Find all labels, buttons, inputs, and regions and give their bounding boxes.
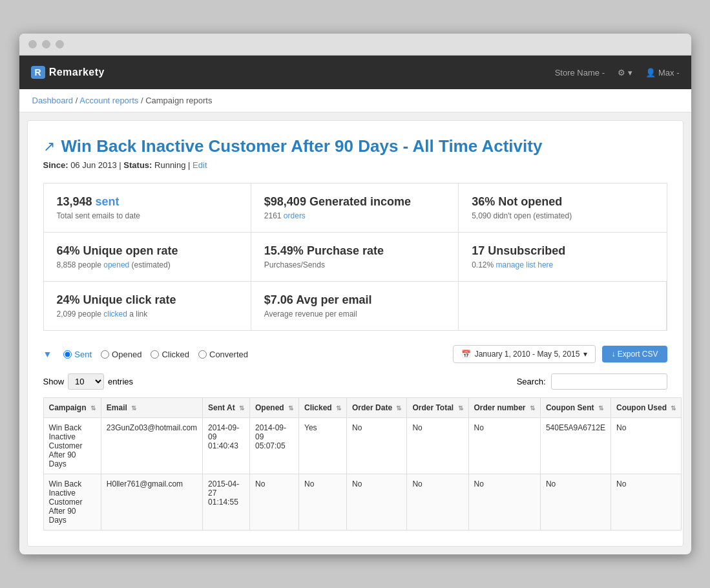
page-title-row: ↗ Win Back Inactive Customer After 90 Da… (43, 136, 667, 156)
store-name-btn[interactable]: Store Name - (555, 68, 605, 78)
edit-link[interactable]: Edit (193, 160, 207, 170)
nav-right: Store Name - ⚙ ▾ 👤 Max - (555, 68, 680, 78)
breadcrumb: Dashboard / Account reports / Campaign r… (19, 89, 691, 112)
chevron-down-icon: ▾ (583, 350, 587, 359)
stat-income-value: $98,409 Generated income (264, 195, 411, 208)
stat-sent: 13,948 sent Total sent emails to date (44, 184, 251, 233)
show-select[interactable]: 10 25 50 100 (68, 373, 104, 390)
sort-icon-order-total: ⇅ (458, 404, 463, 412)
clicked-link[interactable]: clicked (103, 310, 127, 319)
radio-sent[interactable]: Sent (63, 350, 92, 359)
export-csv-btn[interactable]: ↓ Export CSV (602, 346, 667, 362)
radio-clicked-input[interactable] (151, 350, 159, 359)
radio-opened-input[interactable] (101, 350, 109, 359)
sort-icon-sent-at: ⇅ (239, 404, 244, 412)
radio-converted-input[interactable] (198, 350, 207, 359)
col-order-date[interactable]: Order Date ⇅ (347, 398, 407, 418)
data-table: Campaign ⇅ Email ⇅ Sent At ⇅ Opened ⇅ Cl… (43, 397, 682, 530)
page-title: Win Back Inactive Customer After 90 Days… (61, 136, 543, 156)
cell-coupon-sent-2: No (540, 474, 611, 530)
filter-left: ▼ Sent Opened Clicked Converted (43, 349, 248, 359)
meta-row: Since: 06 Jun 2013 | Status: Running | E… (43, 160, 667, 170)
cell-order-total-1: No (407, 418, 468, 474)
cell-coupon-sent-1: 540E5A9A6712E (540, 418, 611, 474)
cell-clicked-2: No (299, 474, 347, 530)
sort-icon-campaign: ⇅ (90, 404, 96, 412)
cell-order-number-2: No (468, 474, 540, 530)
stat-open-rate-desc: 8,858 people opened (estimated) (57, 260, 238, 269)
stat-sent-desc: Total sent emails to date (57, 211, 238, 220)
col-email[interactable]: Email ⇅ (101, 398, 202, 418)
opened-link[interactable]: opened (103, 260, 129, 269)
stat-sent-value: 13,948 sent (57, 195, 120, 208)
table-row: Win Back Inactive Customer After 90 Days… (43, 474, 682, 530)
window-titlebar (19, 34, 691, 56)
search-label: Search: (517, 377, 546, 386)
sent-link[interactable]: sent (96, 195, 120, 208)
col-opened[interactable]: Opened ⇅ (249, 398, 298, 418)
user-btn[interactable]: 👤 Max - (645, 68, 680, 78)
main-window: R Remarkety Store Name - ⚙ ▾ 👤 Max - Das… (19, 34, 691, 554)
col-campaign[interactable]: Campaign ⇅ (43, 398, 101, 418)
cell-order-date-1: No (347, 418, 407, 474)
col-sent-at[interactable]: Sent At ⇅ (203, 398, 250, 418)
since-label: Since: (43, 160, 68, 170)
sort-icon-opened: ⇅ (288, 404, 293, 412)
show-label: Show (43, 377, 65, 386)
cell-sent-at-2: 2015-04-27 01:14:55 (203, 474, 250, 530)
logo-mark: R (31, 66, 45, 79)
sort-icon-order-number: ⇅ (530, 404, 535, 412)
stat-empty (459, 282, 666, 330)
cell-email-1: 23GunZo03@hotmail.com (101, 418, 202, 474)
manage-list-link[interactable]: manage list here (496, 260, 554, 269)
sort-icon-coupon-sent: ⇅ (598, 404, 603, 412)
breadcrumb-dashboard[interactable]: Dashboard (32, 96, 74, 105)
logo-text: Remarkety (49, 67, 105, 78)
stat-open-rate: 64% Unique open rate 8,858 people opened… (44, 233, 251, 282)
col-clicked[interactable]: Clicked ⇅ (299, 398, 347, 418)
date-range-label: January 1, 2010 - May 5, 2015 (475, 350, 580, 359)
sort-icon-email: ⇅ (131, 404, 136, 412)
search-input[interactable] (551, 373, 667, 390)
radio-sent-input[interactable] (63, 350, 72, 359)
col-coupon-used[interactable]: Coupon Used ⇅ (611, 398, 681, 418)
window-close-btn[interactable] (28, 40, 37, 48)
window-maximize-btn[interactable] (56, 40, 64, 48)
stat-click-rate-desc: 2,099 people clicked a link (57, 310, 238, 319)
top-nav: R Remarkety Store Name - ⚙ ▾ 👤 Max - (19, 56, 691, 89)
col-coupon-sent[interactable]: Coupon Sent ⇅ (540, 398, 611, 418)
radio-opened[interactable]: Opened (101, 350, 141, 359)
radio-clicked[interactable]: Clicked (151, 350, 189, 359)
gear-icon: ⚙ (618, 68, 625, 78)
date-range-btn[interactable]: 📅 January 1, 2010 - May 5, 2015 ▾ (453, 345, 596, 363)
status-value: Running (154, 160, 185, 170)
stats-grid: 13,948 sent Total sent emails to date $9… (43, 183, 667, 331)
cell-coupon-used-1: No (611, 418, 681, 474)
col-order-number[interactable]: Order number ⇅ (468, 398, 540, 418)
radio-converted[interactable]: Converted (198, 350, 248, 359)
radio-group: Sent Opened Clicked Converted (63, 350, 248, 359)
user-icon: 👤 (645, 68, 656, 78)
cell-opened-1: 2014-09-09 05:07:05 (249, 418, 298, 474)
cell-coupon-used-2: No (611, 474, 681, 530)
table-row: Win Back Inactive Customer After 90 Days… (43, 418, 682, 474)
table-header-row: Campaign ⇅ Email ⇅ Sent At ⇅ Opened ⇅ Cl… (43, 398, 682, 418)
orders-link[interactable]: orders (284, 211, 306, 220)
show-entries: Show 10 25 50 100 entries (43, 373, 134, 390)
stat-income-desc: 2161 orders (264, 211, 445, 220)
stat-avg-email: $7.06 Avg per email Average revenue per … (251, 282, 459, 330)
entries-label: entries (108, 377, 133, 386)
breadcrumb-account-reports[interactable]: Account reports (79, 96, 138, 105)
settings-btn[interactable]: ⚙ ▾ (618, 68, 632, 78)
cell-order-total-2: No (407, 474, 468, 530)
window-minimize-btn[interactable] (42, 40, 50, 48)
sort-icon-order-date: ⇅ (396, 404, 401, 412)
cell-opened-2: No (249, 474, 298, 530)
since-value: 06 Jun 2013 (70, 160, 117, 170)
cell-campaign-2: Win Back Inactive Customer After 90 Days (43, 474, 101, 530)
col-order-total[interactable]: Order Total ⇅ (407, 398, 468, 418)
logo: R Remarkety (31, 66, 105, 79)
table-controls: Show 10 25 50 100 entries Search: (43, 373, 667, 390)
stat-avg-email-desc: Average revenue per email (264, 310, 445, 319)
status-label: Status: (123, 160, 152, 170)
